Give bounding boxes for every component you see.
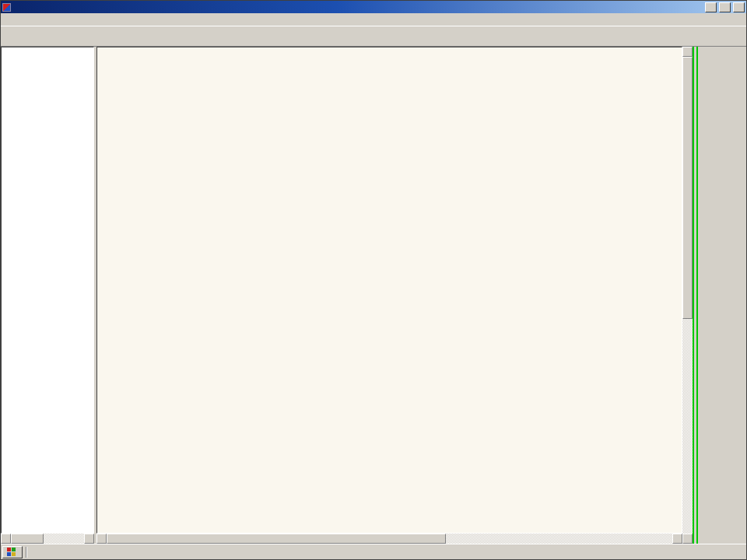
restore-button[interactable] [719,2,731,12]
app-window [0,0,747,560]
main-area [1,47,746,544]
scroll-left-icon[interactable] [96,534,107,544]
canvas-hscrollbar[interactable] [96,534,682,544]
left-panel [1,47,94,544]
right-panel [698,47,746,544]
tree-hscroll-track[interactable] [11,534,84,544]
canvas-hscroll-thumb[interactable] [107,534,446,544]
app-icon [2,3,11,12]
menu-bar [1,13,746,26]
scroll-right-icon[interactable] [84,534,94,544]
canvas-vscroll-thumb[interactable] [682,57,693,319]
scroll-down-icon[interactable] [682,534,693,544]
canvas-column [96,47,682,544]
start-button[interactable] [2,546,23,558]
canvas-vscroll-track[interactable] [682,57,693,534]
title-bar [1,1,746,13]
canvas-vscrollbar[interactable] [682,47,693,544]
scroll-up-icon[interactable] [682,47,693,57]
structural-model-drawing [97,47,682,533]
tree-hscrollbar[interactable] [1,534,94,544]
active-view-indicator [693,47,698,544]
canvas-hscroll-track[interactable] [107,534,672,544]
tree-hscroll-thumb[interactable] [11,534,44,544]
toolbar [1,26,746,47]
drawing-canvas[interactable] [96,47,682,534]
windows-logo-icon [7,548,16,556]
scroll-left-icon[interactable] [1,534,11,544]
taskbar-divider [26,547,27,558]
taskbar [1,544,746,559]
minimize-button[interactable] [705,2,717,12]
tree-view [1,47,94,534]
close-button[interactable] [733,2,745,12]
scroll-right-icon[interactable] [672,534,682,544]
